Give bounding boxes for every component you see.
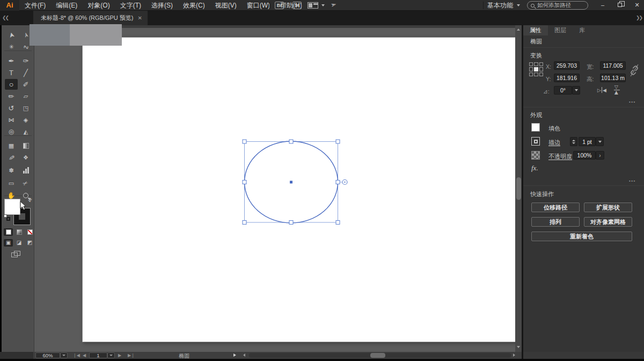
prev-page-icon[interactable]: ◀ [83,353,86,358]
angle-field[interactable]: 0° [554,86,572,95]
last-page-icon[interactable]: ▶❘ [128,353,135,358]
type-tool[interactable]: T [5,67,18,78]
slice-tool[interactable]: ✂ [19,178,32,189]
screen-mode-button[interactable] [11,251,21,258]
stroke-weight-dropdown[interactable] [596,137,604,146]
fx-button[interactable]: fx. [531,164,538,172]
status-flow-icon[interactable] [233,353,236,357]
magic-wand-tool[interactable]: ✳ [5,41,18,52]
arrange-button[interactable]: 排列 [531,217,580,227]
search-input[interactable]: 如何添加路径 [527,1,588,10]
opacity-swatch[interactable] [531,151,540,160]
workspace-layout-icon[interactable] [308,2,318,9]
menu-file[interactable]: 文件(F) [25,1,46,10]
scroll-up-icon[interactable] [517,28,520,31]
y-field[interactable]: 181.916 [554,74,580,82]
menu-object[interactable]: 对象(O) [87,1,109,10]
scroll-down-icon[interactable] [517,346,520,348]
ellipse-tool[interactable]: ○ [5,79,18,90]
zoom-dropdown[interactable] [60,352,68,358]
scroll-left-icon[interactable] [243,353,245,357]
expand-shape-button[interactable]: 扩展形状 [584,203,632,212]
stroke-swatch[interactable] [531,137,540,146]
align-pixel-grid-button[interactable]: 对齐像素网格 [584,217,632,227]
width-tool[interactable]: ⋈ [5,114,18,125]
document-tab[interactable]: 未标题-8* @ 60% (RGB/GPU 预览) ✕ [33,11,148,25]
flip-vertical-icon[interactable]: ▷◀ [614,85,620,95]
default-fill-stroke-icon[interactable] [4,214,10,221]
x-field[interactable]: 259.703 [554,61,580,70]
reference-point-icon[interactable] [529,62,543,76]
rotate-tool[interactable]: ↺ [5,103,18,113]
next-page-icon[interactable]: ▶ [118,353,121,358]
offset-path-button[interactable]: 位移路径 [531,203,580,212]
shaper-tool[interactable]: ✏ [5,91,18,102]
chevron-down-icon[interactable] [321,4,325,6]
scroll-right-icon[interactable] [513,353,515,357]
line-segment-tool[interactable]: ╱ [19,67,32,78]
opacity-more-button[interactable]: › [596,151,604,160]
menu-effect[interactable]: 效果(C) [183,1,205,10]
tab-close-icon[interactable]: ✕ [138,15,142,21]
opacity-field[interactable]: 100% [573,151,596,160]
close-button[interactable]: ✕ [629,0,644,11]
fill-swatch[interactable] [531,123,540,132]
share-icon[interactable]: ➣ [330,0,337,9]
blend-tool[interactable]: ❖ [19,152,32,163]
tab-layers[interactable]: 图层 [548,25,573,35]
symbol-sprayer-tool[interactable]: ✽ [5,165,18,176]
menu-type[interactable]: 文字(T) [120,1,141,10]
height-field[interactable]: 101.13 m [600,74,626,82]
column-graph-tool[interactable] [19,165,32,176]
recolor-button[interactable]: 重新着色 [531,232,632,241]
canvas[interactable] [33,25,522,352]
pen-tool[interactable]: ✒ [5,55,18,66]
gradient-tool[interactable] [19,140,32,151]
collapse-panel-left-icon[interactable]: ❮❮ [2,15,8,20]
horizontal-scroll-thumb[interactable] [370,353,385,358]
tab-libraries[interactable]: 库 [573,25,591,35]
vertical-scrollbar[interactable] [515,25,522,352]
menu-view[interactable]: 视图(V) [215,1,237,10]
minimize-button[interactable]: – [595,0,611,11]
zoom-level-field[interactable]: 60% [35,352,60,358]
stock-button[interactable]: St [292,2,302,9]
link-dimensions-icon[interactable] [629,63,640,78]
appearance-more-options[interactable]: ••• [629,178,636,183]
shape-builder-tool[interactable]: ◎ [5,126,18,137]
artboard-tool[interactable]: ▭ [5,178,18,189]
collapse-panel-right-icon[interactable]: ❯❯ [636,15,642,20]
vertical-scroll-thumb[interactable] [516,177,521,200]
swap-fill-stroke-icon[interactable]: ⇄ [27,197,33,203]
transform-more-options[interactable]: ••• [629,99,636,104]
fill-color-swatch[interactable] [4,199,20,215]
stroke-weight-field[interactable]: 1 pt [579,137,596,146]
perspective-grid-tool[interactable]: ◭ [19,126,32,137]
draw-behind-button[interactable]: ◪ [14,239,24,247]
artboard-number-field[interactable]: 1 [89,352,107,358]
workspace-switcher[interactable]: 基本功能 [487,0,520,11]
stroke-weight-stepper[interactable] [570,137,577,146]
opacity-label[interactable]: 不透明度 [548,153,572,161]
draw-inside-button[interactable]: ◩ [25,239,34,247]
selected-ellipse[interactable] [236,134,354,231]
paintbrush-tool[interactable]: ✐ [19,79,32,90]
color-button[interactable] [4,228,13,236]
artboard-dropdown[interactable] [107,352,115,358]
free-transform-tool[interactable]: ◈ [19,114,32,125]
menu-select[interactable]: 选择(S) [151,1,173,10]
mesh-tool[interactable]: ▦ [5,140,18,151]
none-button[interactable] [25,228,34,236]
menu-edit[interactable]: 编辑(E) [56,1,77,10]
selection-tool[interactable]: ➤ [5,30,18,40]
curvature-tool[interactable]: ✑ [19,55,32,66]
first-page-icon[interactable]: ❘◀ [73,353,80,358]
draw-normal-button[interactable]: ▣ [4,239,13,247]
angle-dropdown[interactable] [572,86,580,95]
tab-properties[interactable]: 属性 [523,25,548,35]
menu-window[interactable]: 窗口(W) [247,1,270,10]
eraser-tool[interactable]: ▱ [19,91,32,102]
eyedropper-tool[interactable]: ✎ [5,152,18,163]
width-field[interactable]: 117.005 [600,61,626,70]
bridge-button[interactable]: Br [275,2,284,9]
